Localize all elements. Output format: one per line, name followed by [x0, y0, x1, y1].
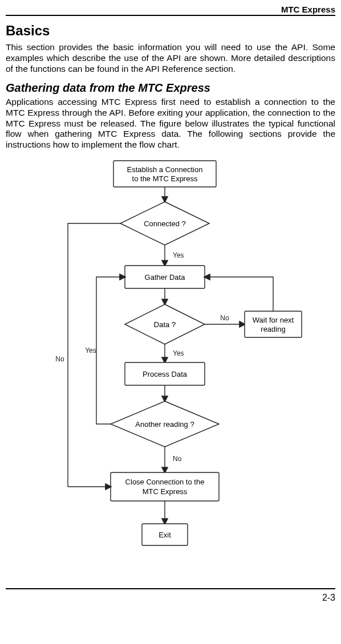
fc-connected-text: Connected ?: [144, 219, 186, 228]
fc-establish-text2: to the MTC Express: [132, 174, 198, 183]
fc-another-yes: Yes: [85, 347, 96, 354]
fc-wait-box: [245, 311, 302, 337]
fc-process-text: Process Data: [143, 370, 188, 378]
fc-another-text: Another reading ?: [135, 420, 194, 429]
fc-gather-text: Gather Data: [145, 273, 186, 282]
fc-close-text1: Close Connection to the: [125, 478, 205, 486]
flowchart-figure: Establish a Connection to the MTC Expres…: [6, 156, 335, 578]
heading-basics: Basics: [6, 23, 335, 39]
fc-close-text2: MTC Express: [143, 487, 188, 496]
fc-data-yes: Yes: [173, 349, 184, 357]
fc-connected-no: No: [55, 355, 64, 363]
fc-close-box: [111, 472, 219, 501]
subintro-paragraph: Applications accessing MTC Express first…: [6, 97, 335, 151]
fc-wait-text2: reading: [261, 325, 285, 333]
fc-exit-text: Exit: [159, 531, 171, 539]
footer-rule: [6, 588, 335, 589]
subheading-gathering: Gathering data from the MTC Express: [6, 81, 335, 95]
fc-establish-box: [113, 161, 216, 187]
fc-wait-text1: Wait for next: [253, 316, 294, 324]
header-rule: [6, 15, 335, 17]
fc-another-no: No: [173, 455, 182, 463]
fc-establish-text1: Establish a Connection: [127, 165, 203, 174]
page-number: 2-3: [6, 593, 335, 603]
fc-data-text: Data ?: [154, 320, 176, 329]
header-doc-title: MTC Express: [278, 5, 335, 14]
fc-data-no: No: [220, 314, 229, 322]
fc-connected-yes: Yes: [173, 251, 184, 259]
intro-paragraph: This section provides the basic informat…: [6, 42, 335, 75]
